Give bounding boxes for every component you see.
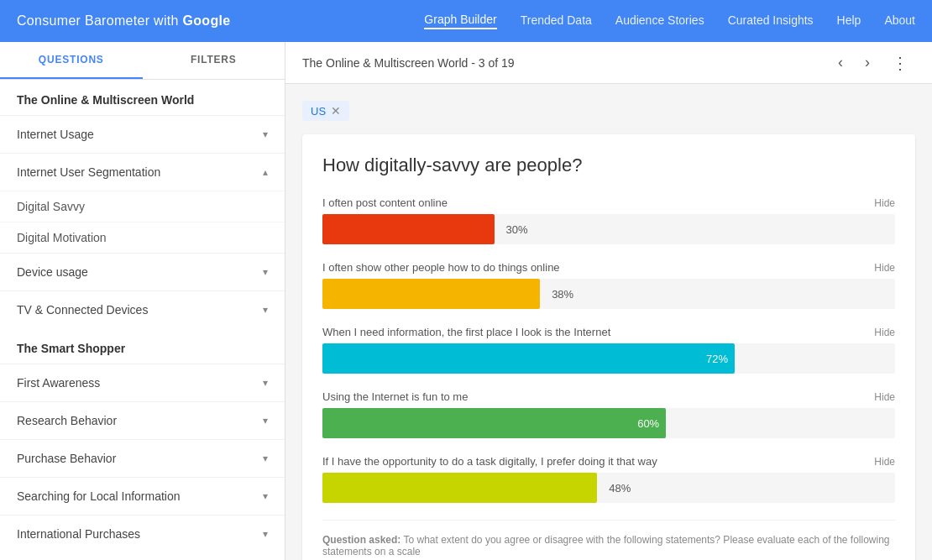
bar-container: 72% bbox=[322, 343, 895, 374]
nav-trended-data[interactable]: Trended Data bbox=[521, 13, 592, 29]
sidebar-item-device-usage[interactable]: Device usage ▾ bbox=[0, 253, 285, 290]
tab-questions[interactable]: QUESTIONS bbox=[0, 42, 143, 79]
app-logo: Consumer Barometer with Google bbox=[17, 13, 230, 29]
chevron-down-icon: ▾ bbox=[263, 128, 268, 140]
chart-footer: Question asked: To what extent do you ag… bbox=[322, 520, 895, 557]
chart-bar-label: If I have the opportunity to do a task d… bbox=[322, 455, 657, 468]
sidebar-item-internet-user-segmentation[interactable]: Internet User Segmentation ▴ bbox=[0, 153, 285, 191]
nav-graph-builder[interactable]: Graph Builder bbox=[424, 13, 496, 29]
chart-row-header: I often show other people how to do thin… bbox=[322, 261, 895, 274]
bar: 30% bbox=[322, 214, 495, 244]
sidebar-item-first-awareness[interactable]: First Awareness ▾ bbox=[0, 364, 285, 401]
content-area: The Online & Multiscreen World - 3 of 19… bbox=[285, 42, 932, 560]
section-smart-shopper-title: The Smart Shopper bbox=[0, 328, 285, 364]
chevron-down-icon: ▾ bbox=[263, 304, 268, 316]
footer-text: To what extent do you agree or disagree … bbox=[322, 534, 890, 557]
hide-button[interactable]: Hide bbox=[874, 391, 895, 403]
chart-row: When I need information, the first place… bbox=[322, 326, 895, 374]
hide-button[interactable]: Hide bbox=[874, 327, 895, 338]
bar-value-outside: 48% bbox=[609, 482, 631, 495]
nav-audience-stories[interactable]: Audience Stories bbox=[615, 13, 704, 29]
more-options-button[interactable]: ⋮ bbox=[885, 50, 915, 76]
bars-container: I often post content onlineHide30%I ofte… bbox=[322, 196, 895, 503]
chart-row-header: If I have the opportunity to do a task d… bbox=[322, 455, 895, 468]
chevron-down-icon: ▾ bbox=[263, 490, 268, 502]
sidebar: QUESTIONS FILTERS The Online & Multiscre… bbox=[0, 42, 285, 560]
footer-label: Question asked: bbox=[322, 534, 401, 546]
sidebar-item-purchase-behavior[interactable]: Purchase Behavior ▾ bbox=[0, 439, 285, 477]
bar-value-outside: 38% bbox=[552, 288, 573, 301]
chart-row-header: Using the Internet is fun to meHide bbox=[322, 390, 895, 403]
sidebar-sub-digital-motivation[interactable]: Digital Motivation bbox=[0, 222, 285, 253]
hide-button[interactable]: Hide bbox=[874, 262, 895, 274]
bar-value-outside: 30% bbox=[506, 223, 528, 236]
chart-bar-label: When I need information, the first place… bbox=[322, 326, 610, 338]
header: Consumer Barometer with Google Graph Bui… bbox=[0, 0, 932, 42]
bar-container: 38% bbox=[322, 279, 895, 309]
sidebar-tabs: QUESTIONS FILTERS bbox=[0, 42, 285, 80]
chevron-down-icon: ▾ bbox=[263, 415, 268, 427]
chart-title: How digitally-savvy are people? bbox=[322, 154, 895, 176]
hide-button[interactable]: Hide bbox=[874, 456, 895, 468]
bar-value-inside: 72% bbox=[706, 353, 728, 365]
chart-row: Using the Internet is fun to meHide60% bbox=[322, 390, 895, 438]
bar: 72% bbox=[322, 343, 735, 374]
prev-button[interactable]: ‹ bbox=[831, 50, 850, 75]
nav-curated-insights[interactable]: Curated Insights bbox=[728, 13, 814, 29]
chart-row: If I have the opportunity to do a task d… bbox=[322, 455, 895, 503]
sidebar-item-tv-connected[interactable]: TV & Connected Devices ▾ bbox=[0, 290, 285, 328]
content-page-title: The Online & Multiscreen World - 3 of 19 bbox=[302, 56, 831, 70]
nav-help[interactable]: Help bbox=[837, 13, 861, 29]
chevron-up-icon: ▴ bbox=[263, 166, 268, 178]
content-header: The Online & Multiscreen World - 3 of 19… bbox=[285, 42, 932, 84]
chart-card: How digitally-savvy are people? I often … bbox=[302, 134, 915, 560]
sidebar-item-internet-usage[interactable]: Internet Usage ▾ bbox=[0, 115, 285, 153]
main-nav: Graph Builder Trended Data Audience Stor… bbox=[424, 13, 915, 29]
bar-container: 30% bbox=[322, 214, 895, 244]
sidebar-item-searching-local[interactable]: Searching for Local Information ▾ bbox=[0, 477, 285, 515]
section-online-multiscreen-title: The Online & Multiscreen World bbox=[0, 80, 285, 115]
chart-row: I often show other people how to do thin… bbox=[322, 261, 895, 309]
chart-row: I often post content onlineHide30% bbox=[322, 196, 895, 244]
bar-value-inside: 60% bbox=[637, 417, 659, 430]
hide-button[interactable]: Hide bbox=[874, 197, 895, 209]
filter-tag-us: US ✕ bbox=[302, 101, 349, 121]
chevron-down-icon: ▾ bbox=[263, 528, 268, 540]
sidebar-item-international-purchases[interactable]: International Purchases ▾ bbox=[0, 515, 285, 552]
chevron-down-icon: ▾ bbox=[263, 266, 268, 278]
tab-filters[interactable]: FILTERS bbox=[143, 42, 285, 79]
content-navigation: ‹ › ⋮ bbox=[831, 50, 915, 76]
remove-filter-icon[interactable]: ✕ bbox=[331, 104, 341, 118]
chevron-down-icon: ▾ bbox=[263, 453, 268, 464]
chart-bar-label: I often show other people how to do thin… bbox=[322, 261, 560, 274]
chart-bar-label: Using the Internet is fun to me bbox=[322, 390, 468, 403]
filter-area: US ✕ bbox=[302, 101, 915, 121]
chart-row-header: When I need information, the first place… bbox=[322, 326, 895, 338]
chevron-down-icon: ▾ bbox=[263, 377, 268, 389]
section-smart-viewer-title: The Smart Viewer bbox=[0, 552, 285, 560]
bar: 60% bbox=[322, 408, 666, 438]
sidebar-item-research-behavior[interactable]: Research Behavior ▾ bbox=[0, 401, 285, 439]
next-button[interactable]: › bbox=[858, 50, 877, 75]
main-container: QUESTIONS FILTERS The Online & Multiscre… bbox=[0, 42, 932, 560]
content-scroll: US ✕ How digitally-savvy are people? I o… bbox=[285, 84, 932, 560]
bar: 38% bbox=[322, 279, 540, 309]
chart-row-header: I often post content onlineHide bbox=[322, 196, 895, 209]
bar: 48% bbox=[322, 473, 597, 503]
nav-about[interactable]: About bbox=[884, 13, 915, 29]
chart-bar-label: I often post content online bbox=[322, 196, 448, 209]
bar-container: 60% bbox=[322, 408, 895, 438]
bar-container: 48% bbox=[322, 473, 895, 503]
sidebar-sub-digital-savvy[interactable]: Digital Savvy bbox=[0, 191, 285, 222]
